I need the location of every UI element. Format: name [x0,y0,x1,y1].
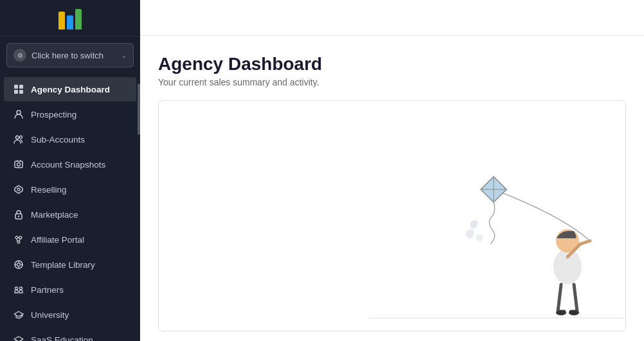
svg-point-20 [553,249,582,284]
sidebar-label-reselling: Reselling [31,185,67,195]
sidebar-item-saas-education[interactable]: SaaS Education [4,328,136,341]
sidebar-label-account-snapshots: Account Snapshots [31,160,105,170]
svg-point-24 [556,310,566,315]
users-icon [13,134,24,145]
saas-education-icon [13,334,24,341]
sidebar-label-agency-dashboard: Agency Dashboard [31,85,110,94]
sidebar-item-sub-accounts[interactable]: Sub-Accounts [4,127,136,152]
sidebar-label-university: University [31,310,69,320]
main-content: Agency Dashboard Your current sales summ… [140,0,644,341]
sidebar-item-marketplace[interactable]: Marketplace [4,202,136,227]
svg-point-6 [20,136,22,139]
snapshot-icon [13,159,24,170]
affiliate-icon [13,234,24,245]
sidebar-label-affiliate-portal: Affiliate Portal [31,235,84,245]
svg-point-4 [17,110,21,114]
logo [58,9,82,30]
lock-icon [13,209,24,220]
svg-point-5 [16,136,19,139]
page-subtitle: Your current sales summary and activity. [158,77,626,87]
sidebar: ⚙ Click here to switch ⌄ Agency Dashboar… [0,0,140,341]
logo-bar-blue [67,15,73,30]
sidebar-item-university[interactable]: University [4,302,136,327]
sidebar-label-partners: Partners [31,285,64,295]
svg-marker-9 [15,186,22,193]
grid-icon [13,83,24,95]
sidebar-label-template-library: Template Library [31,260,95,270]
svg-rect-3 [19,90,23,94]
svg-point-17 [17,263,21,267]
sidebar-item-partners[interactable]: Partners [4,277,136,302]
sidebar-item-account-snapshots[interactable]: Account Snapshots [4,152,136,177]
nav-list: Agency Dashboard Prospecting Sub-Acc [0,74,140,341]
person-icon [13,109,24,120]
content-area: Agency Dashboard Your current sales summ… [140,36,644,341]
template-icon [13,259,24,270]
svg-point-18 [15,287,18,290]
svg-point-10 [17,188,20,191]
svg-point-12 [18,216,19,217]
sidebar-item-agency-dashboard[interactable]: Agency Dashboard [4,77,136,101]
page-title: Agency Dashboard [158,54,626,74]
svg-rect-2 [14,90,18,94]
svg-rect-7 [15,161,22,168]
svg-rect-1 [19,85,23,89]
sidebar-label-saas-education: SaaS Education [31,335,93,342]
sidebar-label-marketplace: Marketplace [31,210,78,220]
svg-point-8 [17,163,21,166]
sidebar-label-sub-accounts: Sub-Accounts [31,135,85,144]
top-bar [140,0,644,36]
sidebar-item-reselling[interactable]: Reselling [4,177,136,202]
sidebar-label-prospecting: Prospecting [31,110,76,119]
illustration [368,112,625,331]
chevron-down-icon: ⌄ [121,51,127,60]
svg-point-19 [20,287,22,290]
graduation-icon [13,309,24,320]
reselling-icon [13,184,24,195]
content-card [158,100,626,331]
switch-label: Click here to switch [31,51,103,60]
partners-icon [13,284,24,295]
sidebar-item-affiliate-portal[interactable]: Affiliate Portal [4,227,136,252]
svg-rect-0 [14,85,18,89]
logo-bar-yellow [58,12,65,30]
logo-area [0,0,140,37]
logo-bar-green [75,9,82,30]
sidebar-item-template-library[interactable]: Template Library [4,252,136,277]
switch-icon: ⚙ [13,49,26,62]
svg-point-25 [569,310,579,315]
switch-button[interactable]: ⚙ Click here to switch ⌄ [6,43,134,67]
sidebar-item-prospecting[interactable]: Prospecting [4,102,136,127]
